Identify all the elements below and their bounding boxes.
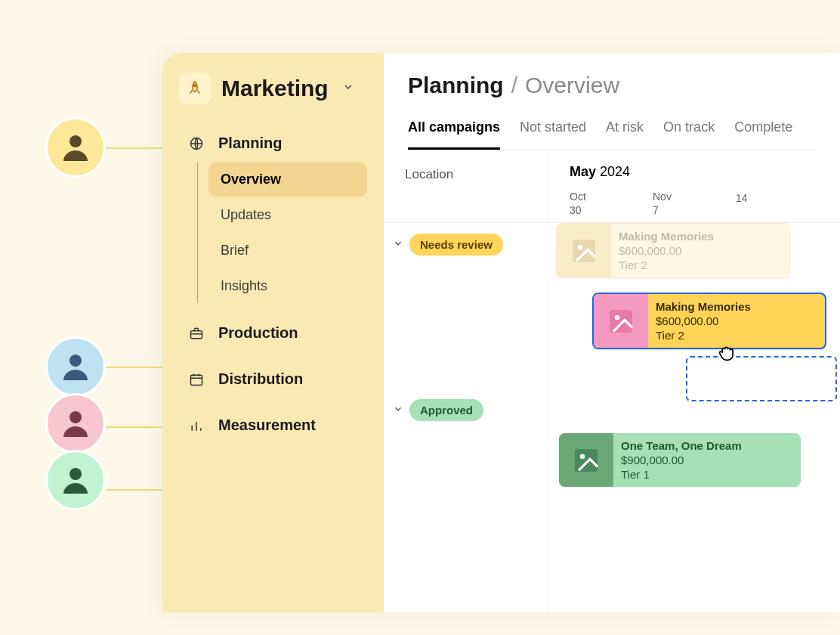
timeline-track[interactable]: Making Memories $600,000.00 Tier 2 Makin… [548, 223, 840, 612]
chevron-down-icon [393, 238, 403, 252]
subdate: Nov 7 [653, 190, 736, 216]
image-icon [571, 445, 601, 475]
tab-all-campaigns[interactable]: All campaigns [408, 119, 500, 150]
avatar [45, 336, 106, 397]
group-row-approved[interactable]: Approved [393, 399, 539, 421]
svg-point-4 [194, 85, 196, 87]
chevron-down-icon [342, 81, 354, 96]
calendar-icon [188, 371, 205, 388]
subdate: 14 [736, 190, 819, 216]
card-tier: Tier 2 [619, 259, 714, 271]
tabs: All campaigns Not started At risk On tra… [408, 119, 816, 150]
main-pane: Planning / Overview All campaigns Not st… [384, 53, 840, 612]
card-tier: Tier 2 [656, 329, 751, 342]
crumb-last: Overview [525, 73, 619, 98]
card-amount: $600,000.00 [656, 314, 751, 327]
crumb-sep: / [511, 73, 517, 98]
user-icon [57, 405, 94, 441]
image-icon [606, 306, 636, 336]
column-dates: May 2024 Oct 30 Nov 7 [548, 150, 840, 222]
svg-point-2 [69, 411, 82, 423]
sidebar-item-label: Measurement [218, 417, 316, 434]
svg-rect-10 [610, 310, 632, 333]
image-icon [569, 236, 599, 266]
sidebar-sub-insights[interactable]: Insights [208, 269, 367, 303]
main-header: Planning / Overview All campaigns Not st… [384, 53, 840, 150]
sidebar: Marketing Planning Overview Updates Brie… [162, 53, 384, 612]
sidebar-sub-brief[interactable]: Brief [208, 234, 367, 268]
svg-point-11 [615, 314, 620, 320]
sidebar-item-label: Planning [218, 135, 282, 152]
sidebar-item-measurement[interactable]: Measurement [185, 409, 367, 441]
subdate: Oct 30 [570, 190, 653, 216]
svg-rect-12 [575, 449, 598, 472]
avatar-stack [45, 117, 106, 510]
subdate-day: 14 [736, 192, 819, 204]
tab-complete[interactable]: Complete [734, 119, 792, 150]
svg-point-13 [580, 454, 585, 459]
group-row-needs-review[interactable]: Needs review [393, 234, 539, 256]
avatar [45, 393, 106, 454]
subdate-day: 7 [653, 204, 736, 216]
status-badge: Needs review [409, 234, 503, 256]
card-thumbnail [559, 433, 613, 487]
svg-point-3 [69, 468, 82, 480]
sidebar-item-label: Production [218, 324, 298, 342]
sidebar-item-distribution[interactable]: Distribution [185, 363, 367, 395]
tab-at-risk[interactable]: At risk [606, 119, 644, 150]
subdate-month: Nov [653, 190, 736, 203]
timeline-body: Needs review Approved [384, 223, 840, 612]
svg-rect-6 [191, 330, 202, 338]
sidebar-nav: Planning Overview Updates Brief Insights… [179, 127, 367, 441]
card-thumbnail [594, 294, 648, 348]
workspace-title: Marketing [221, 76, 329, 101]
sidebar-sub-updates[interactable]: Updates [208, 198, 367, 232]
card-thumbnail [557, 224, 611, 277]
avatar [45, 117, 106, 178]
month-label: May [570, 164, 596, 179]
tab-on-track[interactable]: On track [663, 119, 715, 150]
tab-not-started[interactable]: Not started [520, 119, 586, 150]
timeline-header: Location May 2024 Oct 30 Nov 7 [384, 150, 840, 223]
campaign-card[interactable]: One Team, One Dream $900,000.00 Tier 1 [559, 433, 801, 487]
svg-rect-7 [191, 375, 202, 385]
subdate-day: 30 [570, 204, 653, 216]
drop-indicator [686, 356, 837, 401]
card-title: Making Memories [619, 230, 714, 243]
campaign-card-ghost: Making Memories $600,000.00 Tier 2 [556, 223, 790, 278]
campaign-card[interactable]: Making Memories $600,000.00 Tier 2 [592, 293, 826, 349]
breadcrumb: Planning / Overview [408, 73, 816, 98]
bars-icon [188, 417, 205, 434]
sub-nav: Overview Updates Brief Insights [197, 163, 367, 303]
year-label: 2024 [600, 164, 630, 179]
status-badge: Approved [409, 399, 483, 421]
svg-point-1 [69, 355, 82, 367]
timeline-month: May 2024 [570, 164, 819, 180]
card-title: One Team, One Dream [621, 439, 742, 452]
sidebar-item-planning[interactable]: Planning [185, 127, 367, 160]
workspace-switcher[interactable]: Marketing [179, 73, 367, 104]
user-icon [57, 348, 94, 385]
sidebar-item-production[interactable]: Production [185, 317, 367, 349]
subdate-month: Oct [570, 190, 653, 203]
sidebar-item-label: Distribution [218, 370, 303, 388]
svg-point-0 [69, 135, 82, 147]
briefcase-icon [188, 325, 205, 342]
column-location: Location [384, 150, 548, 222]
rocket-icon [179, 73, 211, 104]
user-icon [57, 462, 94, 498]
avatar [45, 450, 106, 510]
sidebar-sub-overview[interactable]: Overview [208, 163, 367, 197]
user-icon [57, 129, 94, 166]
card-tier: Tier 1 [621, 468, 742, 481]
card-title: Making Memories [656, 300, 751, 313]
app-window: Marketing Planning Overview Updates Brie… [162, 53, 840, 612]
card-amount: $600,000.00 [619, 244, 714, 257]
chevron-down-icon [393, 404, 403, 417]
card-amount: $900,000.00 [621, 454, 742, 466]
svg-rect-8 [573, 240, 595, 262]
crumb-first[interactable]: Planning [408, 73, 504, 98]
svg-point-9 [578, 244, 583, 249]
globe-icon [188, 135, 205, 152]
